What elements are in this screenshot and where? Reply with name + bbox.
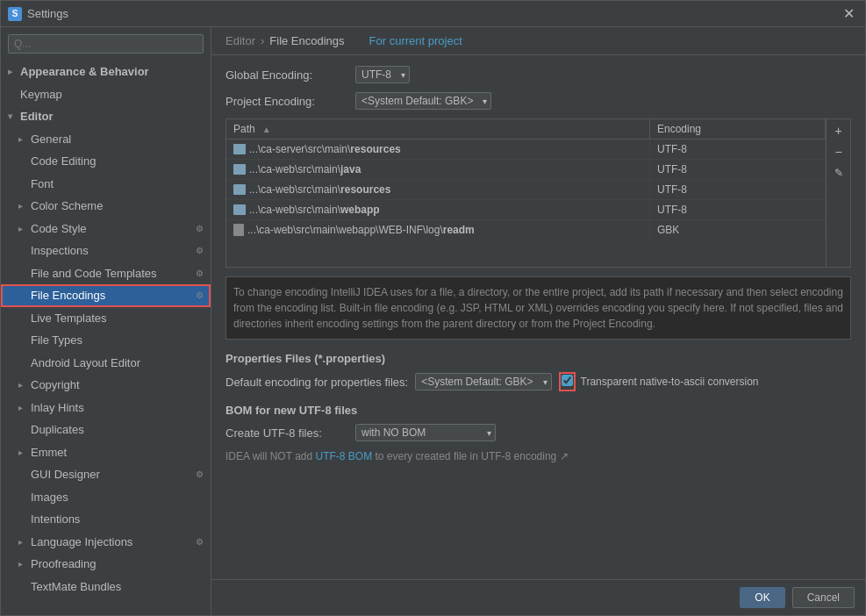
sidebar-item-proofreading[interactable]: ▸ Proofreading — [1, 553, 211, 576]
table-row[interactable]: ...\ca-web\src\main\resources UTF-8 — [226, 180, 826, 200]
create-utf8-label: Create UTF-8 files: — [225, 426, 348, 440]
bom-section: BOM for new UTF-8 files Create UTF-8 fil… — [225, 404, 851, 462]
sidebar-item-label: Inspections — [31, 242, 89, 260]
badge-icon: ⚙ — [196, 267, 204, 280]
sidebar-item-label: Inlay Hints — [31, 399, 84, 417]
transparent-checkbox-wrap — [559, 372, 576, 391]
sidebar-item-label: File Encodings — [31, 287, 105, 304]
sidebar-item-duplicates[interactable]: Duplicates — [1, 419, 211, 441]
sidebar-item-live-templates[interactable]: Live Templates — [1, 307, 211, 330]
expand-arrow — [18, 267, 29, 280]
th-encoding-label: Encoding — [657, 123, 701, 135]
sidebar-item-general[interactable]: ▸ General — [1, 128, 211, 151]
breadcrumb-separator: › — [261, 34, 264, 47]
sidebar-item-label: Language Injections — [31, 534, 132, 551]
table-row[interactable]: ...\ca-server\src\main\resources UTF-8 — [226, 140, 826, 160]
sidebar-item-emmet[interactable]: ▸ Emmet — [1, 441, 211, 464]
expand-arrow: ▾ — [8, 110, 18, 123]
for-current-project-link[interactable]: For current project — [369, 34, 462, 47]
properties-encoding-value: <System Default: GBK> — [421, 376, 533, 388]
sidebar-item-label: Editor — [20, 108, 54, 125]
sidebar: ▸ Appearance & Behavior Keymap ▾ Editor … — [1, 27, 211, 615]
sidebar-item-color-scheme[interactable]: ▸ Color Scheme — [1, 195, 211, 218]
sidebar-item-label: Copyright — [31, 376, 80, 394]
td-encoding: UTF-8 — [650, 180, 826, 199]
cancel-button[interactable]: Cancel — [792, 587, 855, 608]
sidebar-item-appearance[interactable]: ▸ Appearance & Behavior — [1, 61, 211, 83]
expand-arrow — [18, 289, 29, 302]
transparent-conversion-label: Transparent native-to-ascii conversion — [559, 372, 759, 391]
sidebar-item-font[interactable]: Font — [1, 173, 211, 196]
sidebar-item-copyright[interactable]: ▸ Copyright — [1, 374, 211, 397]
default-encoding-row: Default encoding for properties files: <… — [225, 372, 851, 391]
sidebar-item-label: Live Templates — [31, 310, 106, 327]
project-encoding-value: <System Default: GBK> — [361, 95, 473, 107]
sidebar-item-textmate-bundles[interactable]: TextMate Bundles — [1, 576, 211, 598]
create-utf8-row: Create UTF-8 files: with NO BOM — [225, 424, 851, 441]
settings-window: S Settings ✕ ▸ Appearance & Behavior Key… — [0, 0, 866, 616]
edit-encoding-button[interactable]: ✎ — [829, 163, 848, 183]
sidebar-item-label: General — [31, 131, 71, 148]
sidebar-item-file-encodings[interactable]: File Encodings ⚙ — [1, 284, 211, 307]
sidebar-item-label: File and Code Templates — [31, 265, 157, 283]
sidebar-item-gui-designer[interactable]: GUI Designer ⚙ — [1, 463, 211, 486]
sidebar-item-keymap[interactable]: Keymap — [1, 83, 211, 106]
ok-button[interactable]: OK — [740, 587, 784, 608]
td-path: ...\ca-web\src\main\resources — [226, 180, 650, 199]
sidebar-item-code-editing[interactable]: Code Editing — [1, 150, 211, 173]
expand-arrow: ▸ — [8, 65, 18, 78]
expand-arrow — [18, 512, 29, 526]
add-encoding-button[interactable]: + — [829, 121, 848, 140]
table-row[interactable]: ...\ca-web\src\main\webapp UTF-8 — [226, 200, 826, 220]
panel-content: Global Encoding: UTF-8 Project Encoding:… — [211, 55, 865, 579]
global-encoding-label: Global Encoding: — [225, 68, 348, 82]
td-encoding: UTF-8 — [650, 160, 826, 179]
badge-icon: ⚙ — [196, 222, 204, 235]
remove-encoding-button[interactable]: − — [829, 142, 848, 161]
properties-section-title: Properties Files (*.properties) — [225, 352, 851, 365]
sidebar-item-label: Emmet — [31, 444, 67, 462]
global-encoding-row: Global Encoding: UTF-8 — [225, 66, 851, 83]
sidebar-item-editor[interactable]: ▾ Editor — [1, 105, 211, 128]
encodings-table-wrapper: Path ▲ Encoding ...\ca-serve — [225, 118, 851, 268]
project-encoding-label: Project Encoding: — [225, 95, 348, 108]
badge-icon: ⚙ — [196, 468, 204, 481]
global-encoding-value: UTF-8 — [361, 68, 391, 81]
sidebar-item-inlay-hints[interactable]: ▸ Inlay Hints — [1, 397, 211, 419]
expand-arrow: ▸ — [18, 557, 29, 570]
expand-arrow — [18, 580, 29, 593]
encodings-table: Path ▲ Encoding ...\ca-serve — [226, 119, 826, 267]
td-path: ...\ca-web\src\main\webapp — [226, 200, 650, 219]
sidebar-item-label: Proofreading — [31, 555, 96, 573]
transparent-label-text: Transparent native-to-ascii conversion — [581, 376, 759, 388]
create-utf8-dropdown[interactable]: with NO BOM — [355, 424, 496, 441]
sidebar-item-images[interactable]: Images — [1, 486, 211, 509]
project-encoding-dropdown[interactable]: <System Default: GBK> — [355, 92, 491, 110]
global-encoding-dropdown[interactable]: UTF-8 — [355, 66, 410, 83]
info-text: To change encoding IntelliJ IDEA uses fo… — [225, 276, 851, 340]
transparent-checkbox[interactable] — [562, 375, 573, 386]
sidebar-item-android-layout-editor[interactable]: Android Layout Editor — [1, 352, 211, 375]
sidebar-item-code-style[interactable]: ▸ Code Style ⚙ — [1, 218, 211, 240]
title-bar: S Settings ✕ — [1, 1, 865, 27]
sidebar-item-file-and-code-templates[interactable]: File and Code Templates ⚙ — [1, 262, 211, 285]
table-row[interactable]: ...\ca-web\src\main\webapp\WEB-INF\log\r… — [226, 220, 826, 240]
sidebar-item-intentions[interactable]: Intentions — [1, 508, 211, 531]
sidebar-item-inspections[interactable]: Inspections ⚙ — [1, 240, 211, 262]
td-path: ...\ca-server\src\main\resources — [226, 140, 650, 159]
close-button[interactable]: ✕ — [840, 5, 858, 22]
bom-info-prefix: IDEA will NOT add — [225, 450, 315, 462]
td-encoding: UTF-8 — [650, 140, 826, 159]
expand-arrow: ▸ — [18, 222, 29, 235]
table-row[interactable]: ...\ca-web\src\main\java UTF-8 — [226, 160, 826, 180]
sidebar-item-label: Keymap — [20, 86, 62, 104]
default-encoding-label: Default encoding for properties files: — [225, 376, 408, 389]
expand-arrow: ▸ — [18, 446, 29, 459]
properties-encoding-dropdown[interactable]: <System Default: GBK> — [415, 373, 551, 390]
badge-icon: ⚙ — [196, 535, 204, 548]
search-input[interactable] — [8, 34, 204, 54]
sidebar-item-label: Code Style — [31, 220, 87, 238]
sidebar-item-file-types[interactable]: File Types — [1, 329, 211, 352]
create-utf8-value: with NO BOM — [361, 426, 426, 439]
sidebar-item-language-injections[interactable]: ▸ Language Injections ⚙ — [1, 531, 211, 554]
